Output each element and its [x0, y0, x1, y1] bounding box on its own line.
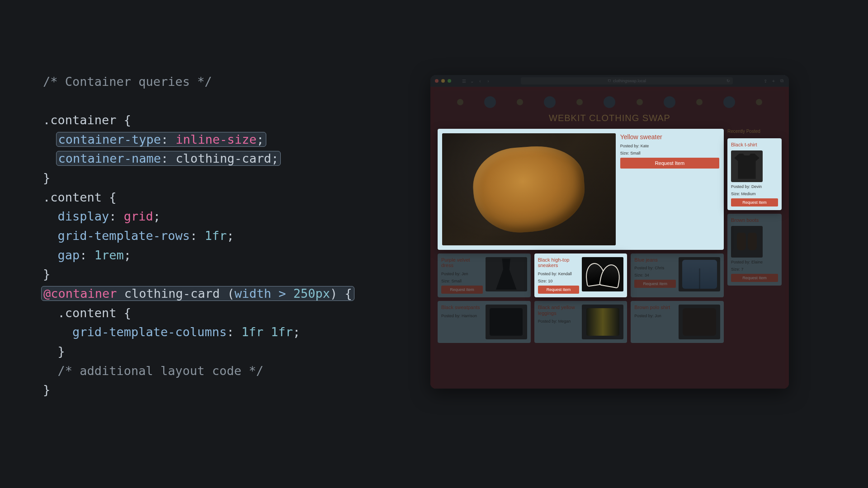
- tabs-icon[interactable]: ⧉: [779, 78, 784, 84]
- request-item-button[interactable]: Request Item: [620, 158, 719, 169]
- sidebar-icon[interactable]: ☰: [461, 78, 467, 84]
- page-title: WEBKIT CLOTHING SWAP: [438, 113, 782, 123]
- category-icons-row: [438, 94, 782, 110]
- dot-icon[interactable]: [756, 99, 762, 105]
- share-icon[interactable]: ⇪: [763, 78, 768, 84]
- item-image: [442, 133, 616, 245]
- item-card-side[interactable]: Black t-shirt Posted by: Devin Size: Med…: [727, 138, 782, 210]
- item-title: Black sweatpants: [441, 305, 483, 310]
- item-card[interactable]: Black and yellow leggings Posted by: Meg…: [534, 301, 627, 343]
- code-highlight: container-name: clothing-card;: [56, 151, 281, 166]
- dot-icon[interactable]: [637, 99, 643, 105]
- sidebar-recently-posted: Recently Posted Black t-shirt Posted by:…: [727, 129, 782, 343]
- code-comment: /* Container queries */: [43, 75, 212, 89]
- item-size: Size: Small: [441, 278, 483, 284]
- item-posted-by: Posted by: Chris: [634, 265, 676, 271]
- item-card[interactable]: Black sweatpants Posted by: Harrison: [438, 301, 531, 343]
- dot-icon[interactable]: [457, 99, 463, 105]
- item-size: Size: 34: [634, 272, 676, 278]
- chevron-down-icon[interactable]: ⌄: [469, 78, 475, 84]
- shoe-icon[interactable]: [484, 96, 496, 108]
- item-image: [731, 226, 763, 258]
- item-image: [679, 257, 720, 292]
- item-posted-by: Posted by: Jon: [634, 313, 676, 319]
- item-title: Brown polo shirt: [634, 305, 676, 310]
- sidebar-heading: Recently Posted: [727, 129, 782, 134]
- zoom-icon[interactable]: [448, 79, 451, 83]
- request-item-button[interactable]: Request Item: [538, 286, 580, 294]
- dot-icon[interactable]: [576, 99, 583, 105]
- item-image: [679, 305, 720, 339]
- item-posted-by: Posted by: Harrison: [441, 313, 483, 319]
- reload-icon[interactable]: ↻: [726, 79, 730, 83]
- item-title: Purple velvet dress: [441, 257, 483, 268]
- forward-icon[interactable]: ›: [486, 78, 491, 84]
- item-image: [582, 305, 623, 339]
- code-block: /* Container queries */ .container { con…: [43, 53, 423, 400]
- item-size: Size: 7: [731, 267, 778, 272]
- item-image: [731, 150, 763, 182]
- item-card[interactable]: Blue jeans Posted by: Chris Size: 34 Req…: [631, 253, 724, 298]
- code-highlight: container-type: inline-size;: [56, 132, 266, 147]
- request-item-button[interactable]: Request Item: [731, 274, 778, 282]
- minimize-icon[interactable]: [441, 79, 445, 83]
- request-item-button[interactable]: Request Item: [634, 280, 676, 288]
- url-text: clothingswap.local: [613, 79, 646, 83]
- item-title: Black t-shirt: [731, 142, 778, 148]
- item-posted-by: Posted by: Elaine: [731, 259, 778, 265]
- item-title: Black high-top sneakers: [538, 257, 580, 268]
- pants-icon[interactable]: [664, 96, 675, 108]
- browser-toolbar: ☰ ⌄ ‹ › ⛉ clothingswap.local ↻ ⇪ + ⧉: [430, 75, 789, 87]
- item-size: Size: 10: [538, 278, 580, 284]
- url-bar[interactable]: ⛉ clothingswap.local ↻: [521, 77, 733, 84]
- item-title: Yellow sweater: [620, 133, 719, 141]
- item-size: Size: Small: [620, 150, 719, 156]
- hat-icon[interactable]: [604, 96, 615, 108]
- browser-window: ☰ ⌄ ‹ › ⛉ clothingswap.local ↻ ⇪ + ⧉: [430, 75, 789, 389]
- item-card[interactable]: Brown polo shirt Posted by: Jon: [631, 301, 724, 343]
- back-icon[interactable]: ‹: [477, 78, 483, 84]
- item-posted-by: Posted by: Jen: [441, 271, 483, 277]
- item-size: Size: Medium: [731, 191, 778, 197]
- close-icon[interactable]: [435, 79, 439, 83]
- item-image: [486, 257, 527, 292]
- item-posted-by: Posted by: Kate: [620, 143, 719, 149]
- item-card[interactable]: Black high-top sneakers Posted by: Kenda…: [534, 253, 627, 298]
- shirt-icon[interactable]: [544, 96, 556, 108]
- item-card-feature[interactable]: Yellow sweater Posted by: Kate Size: Sma…: [438, 129, 724, 250]
- code-highlight: @container clothing-card (width > 250px)…: [41, 286, 354, 301]
- new-tab-icon[interactable]: +: [771, 78, 776, 84]
- item-posted-by: Posted by: Devin: [731, 184, 778, 189]
- dress-icon[interactable]: [723, 96, 735, 108]
- item-image: [486, 305, 527, 339]
- dot-icon[interactable]: [517, 99, 523, 105]
- dot-icon[interactable]: [696, 99, 703, 105]
- item-posted-by: Posted by: Kendall: [538, 271, 580, 277]
- item-title: Black and yellow leggings: [538, 305, 580, 316]
- item-posted-by: Posted by: Megan: [538, 319, 580, 324]
- item-card-side[interactable]: Brown boots Posted by: Elaine Size: 7 Re…: [727, 214, 782, 286]
- item-title: Blue jeans: [634, 257, 676, 263]
- item-title: Brown boots: [731, 217, 778, 223]
- request-item-button[interactable]: Request Item: [441, 286, 483, 294]
- request-item-button[interactable]: Request Item: [731, 198, 778, 206]
- shield-icon: ⛉: [608, 79, 611, 83]
- item-image: [582, 257, 623, 292]
- item-card[interactable]: Purple velvet dress Posted by: Jen Size:…: [438, 253, 531, 298]
- code-selector: .container {: [43, 113, 131, 127]
- page-viewport: WEBKIT CLOTHING SWAP Yellow sweater Post…: [430, 87, 789, 389]
